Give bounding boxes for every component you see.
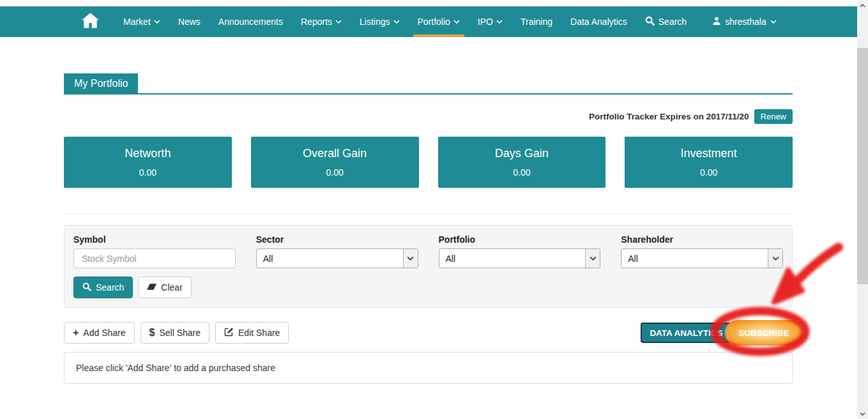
shareholder-label: Shareholder	[621, 234, 783, 245]
tab-row: My Portfolio	[64, 73, 793, 95]
add-share-label: Add Share	[83, 328, 125, 338]
nav-item-label: Announcements	[218, 17, 283, 27]
card-label: Days Gain	[438, 147, 606, 160]
overall-gain-card: Overall Gain 0.00	[251, 137, 419, 188]
portfolio-select[interactable]: All	[439, 248, 601, 268]
data-analytics-button[interactable]: DATA ANALYTICS	[641, 323, 732, 343]
search-button-label: Search	[96, 282, 124, 293]
edit-share-label: Edit Share	[238, 328, 280, 338]
subscribe-button[interactable]: SUBSCRIBE	[725, 320, 803, 346]
networth-card: Networth 0.00	[64, 137, 232, 188]
card-value: 0.00	[64, 167, 232, 178]
nav-item-label: News	[178, 17, 201, 27]
filter-panel: Symbol Sector All Portfolio All	[64, 225, 793, 308]
card-value: 0.00	[625, 167, 793, 178]
tab-my-portfolio[interactable]: My Portfolio	[64, 73, 138, 93]
search-icon	[645, 16, 659, 27]
user-icon	[712, 16, 725, 27]
card-label: Networth	[64, 147, 232, 160]
shareholder-select[interactable]: All	[621, 248, 783, 268]
chevron-down-icon	[770, 20, 780, 24]
nav-item-reports[interactable]: Reports	[292, 6, 351, 37]
scroll-down-button[interactable]	[857, 408, 868, 419]
username-label: shresthala	[725, 17, 766, 27]
nav-item-label: Training	[521, 17, 552, 27]
sell-share-button[interactable]: $ Sell Share	[141, 322, 210, 344]
investment-card: Investment 0.00	[625, 137, 793, 188]
navbar-search-button[interactable]: Search	[636, 6, 696, 37]
chevron-down-icon	[453, 20, 460, 24]
nav-item-training[interactable]: Training	[512, 6, 561, 37]
eraser-icon	[147, 282, 156, 293]
sector-select-value: All	[257, 249, 403, 268]
card-value: 0.00	[251, 167, 419, 178]
user-menu[interactable]: shresthala	[703, 6, 789, 37]
chevron-down-icon	[496, 20, 503, 24]
clear-button-label: Clear	[161, 282, 182, 293]
chevron-down-icon	[585, 249, 600, 268]
expiry-row: Portfolio Tracker Expires on 2017/11/20 …	[64, 109, 793, 124]
nav-item-label: IPO	[478, 17, 493, 27]
dollar-icon: $	[149, 328, 155, 338]
sector-label: Sector	[256, 234, 418, 245]
portfolio-select-value: All	[439, 249, 586, 268]
symbol-label: Symbol	[73, 234, 236, 245]
nav-item-data-analytics[interactable]: Data Analytics	[561, 6, 636, 37]
content-container: My Portfolio Portfolio Tracker Expires o…	[64, 73, 793, 384]
nav-item-ipo[interactable]: IPO	[469, 6, 512, 37]
chevron-down-icon	[393, 20, 400, 24]
nav-item-label: Listings	[360, 17, 390, 27]
portfolio-label: Portfolio	[439, 234, 601, 245]
plus-icon: +	[73, 328, 79, 338]
chevron-down-icon	[154, 20, 160, 24]
sector-select[interactable]: All	[256, 248, 418, 268]
nav-item-label: Portfolio	[418, 17, 450, 27]
nav-item-label: Reports	[301, 17, 332, 27]
card-value: 0.00	[438, 167, 606, 178]
scroll-up-button[interactable]	[857, 0, 868, 11]
nav-item-label: Data Analytics	[570, 17, 627, 27]
navbar-search-label: Search	[659, 17, 687, 27]
sell-share-label: Sell Share	[159, 328, 201, 338]
nav-item-market[interactable]: Market	[114, 6, 169, 37]
add-share-button[interactable]: + Add Share	[64, 322, 135, 344]
search-icon	[82, 282, 91, 293]
chevron-down-icon	[768, 249, 782, 268]
scrollbar[interactable]	[857, 0, 868, 419]
renew-button[interactable]: Renew	[754, 109, 793, 124]
clear-button[interactable]: Clear	[138, 277, 191, 298]
actions-row: + Add Share $ Sell Share Edit Share DATA…	[64, 322, 793, 344]
scrollbar-thumb[interactable]	[857, 48, 868, 284]
nav-item-announcements[interactable]: Announcements	[209, 6, 292, 37]
expiry-text: Portfolio Tracker Expires on 2017/11/20	[589, 112, 749, 121]
section-divider	[64, 213, 793, 214]
search-button[interactable]: Search	[73, 277, 133, 298]
home-icon	[82, 13, 99, 31]
summary-cards-row: Networth 0.00 Overall Gain 0.00 Days Gai…	[64, 137, 793, 188]
nav-item-portfolio[interactable]: Portfolio	[409, 6, 469, 37]
edit-share-button[interactable]: Edit Share	[215, 322, 289, 344]
shareholder-select-value: All	[621, 249, 768, 268]
edit-icon	[224, 327, 234, 339]
card-label: Investment	[625, 147, 793, 160]
navbar-right: Search shresthala	[636, 6, 789, 37]
card-label: Overall Gain	[251, 147, 419, 160]
nav-item-listings[interactable]: Listings	[351, 6, 408, 37]
chevron-down-icon	[335, 20, 342, 24]
nav-item-news[interactable]: News	[169, 6, 209, 37]
nav-item-label: Market	[123, 17, 151, 27]
chevron-down-icon	[403, 249, 418, 268]
symbol-input[interactable]	[73, 248, 236, 268]
empty-message: Please click 'Add Share' to add a purcha…	[64, 352, 793, 384]
home-button[interactable]	[82, 13, 99, 31]
page: Market News Announcements Reports Listin…	[0, 6, 857, 419]
navbar: Market News Announcements Reports Listin…	[0, 6, 857, 37]
days-gain-card: Days Gain 0.00	[438, 137, 606, 188]
